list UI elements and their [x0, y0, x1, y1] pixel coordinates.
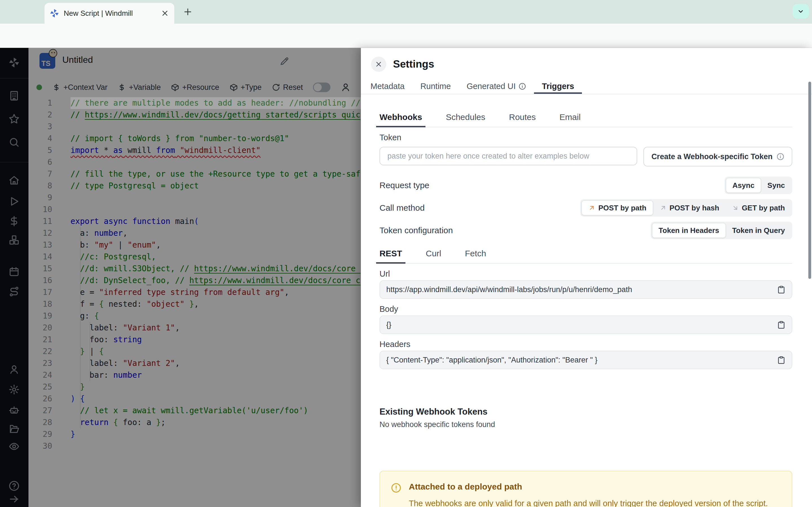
- request-type-label: Request type: [379, 180, 429, 190]
- tab-metadata[interactable]: Metadata: [363, 80, 412, 94]
- arrow-up-right-icon: [588, 204, 596, 212]
- token-config-segmented: Token in HeadersToken in Query: [651, 222, 792, 239]
- call-method-label: Call method: [379, 203, 424, 213]
- drawer-body: WebhooksSchedulesRoutesEmail Token Creat…: [361, 112, 812, 507]
- trigger-tab-email[interactable]: Email: [556, 112, 584, 127]
- create-webhook-token-button[interactable]: Create a Webhook-specific Token: [644, 147, 792, 166]
- url-field[interactable]: https://app.windmill.dev/api/w/windmill-…: [379, 280, 792, 299]
- copy-icon[interactable]: [777, 285, 785, 294]
- tab-title: New Script | Windmill: [64, 9, 161, 18]
- body-value: {}: [386, 321, 391, 329]
- call-method-row: Call method POST by pathPOST by hashGET …: [379, 199, 792, 217]
- token-in-query-option[interactable]: Token in Query: [726, 223, 791, 238]
- token-config-label: Token configuration: [379, 226, 453, 235]
- warning-title: Attached to a deployed path: [409, 482, 768, 492]
- copy-icon[interactable]: [777, 356, 785, 364]
- token-row: Create a Webhook-specific Token: [379, 147, 792, 166]
- info-icon: [776, 153, 784, 161]
- request-type-segmented: AsyncSync: [725, 177, 792, 194]
- sync-option[interactable]: Sync: [761, 178, 791, 193]
- existing-tokens-section: Existing Webhook Tokens No webhook speci…: [379, 407, 792, 429]
- token-input[interactable]: [379, 147, 637, 165]
- drawer-header: Settings: [361, 48, 812, 80]
- browser-tab[interactable]: New Script | Windmill: [45, 3, 174, 24]
- trigger-tab-routes[interactable]: Routes: [506, 112, 539, 127]
- url-value: https://app.windmill.dev/api/w/windmill-…: [386, 285, 632, 294]
- settings-tabs: MetadataRuntimeGenerated UITriggers: [361, 80, 812, 94]
- drawer-title: Settings: [393, 58, 434, 70]
- tab-search-chevron-button[interactable]: [793, 4, 809, 18]
- warning-icon: [391, 483, 402, 493]
- browser-toolbar: app.windmill.dev/scripts/add#JTdCJTIyaGF…: [0, 24, 812, 48]
- copy-icon[interactable]: [777, 321, 785, 329]
- tab-triggers[interactable]: Triggers: [534, 80, 582, 94]
- token-label: Token: [379, 133, 792, 142]
- chevron-down-icon: [797, 7, 805, 15]
- new-tab-button[interactable]: [183, 7, 193, 17]
- existing-tokens-title: Existing Webhook Tokens: [379, 407, 792, 417]
- browser-chrome: New Script | Windmill app.windmill.dev/s…: [0, 0, 812, 48]
- overlay-dim[interactable]: [0, 48, 361, 507]
- tab-runtime[interactable]: Runtime: [412, 80, 459, 94]
- windmill-favicon-icon: [50, 8, 59, 18]
- trigger-tab-schedules[interactable]: Schedules: [442, 112, 489, 127]
- windmill-app: TS Untitled +Context Var+Variable+Resour…: [0, 48, 812, 507]
- headers-value: { "Content-Type": "application/json", "A…: [386, 356, 598, 364]
- body-label: Body: [379, 304, 792, 314]
- warning-text: The webhooks are only valid for a given …: [409, 499, 768, 507]
- trigger-tab-webhooks[interactable]: Webhooks: [376, 112, 425, 127]
- tab-close-icon[interactable]: [161, 9, 169, 17]
- example-tabs: RESTCurlFetch: [379, 249, 792, 264]
- active-line-highlight: [70, 97, 361, 109]
- example-tab-curl[interactable]: Curl: [422, 249, 445, 264]
- post-by-hash-option[interactable]: POST by hash: [653, 200, 725, 216]
- arrow-down-right-icon: [732, 204, 739, 212]
- headers-field[interactable]: { "Content-Type": "application/json", "A…: [379, 351, 792, 369]
- trigger-tabs: WebhooksSchedulesRoutesEmail: [379, 112, 792, 127]
- example-tab-rest[interactable]: REST: [376, 249, 405, 264]
- call-method-segmented: POST by pathPOST by hashGET by path: [580, 199, 792, 217]
- settings-drawer: Settings MetadataRuntimeGenerated UITrig…: [361, 48, 812, 507]
- get-by-path-option[interactable]: GET by path: [725, 200, 791, 216]
- drawer-scrollbar[interactable]: [808, 82, 811, 279]
- url-label: Url: [379, 269, 792, 279]
- existing-tokens-empty: No webhook specific tokens found: [379, 420, 792, 429]
- request-type-row: Request type AsyncSync: [379, 177, 792, 194]
- async-option[interactable]: Async: [726, 178, 761, 193]
- example-tab-fetch[interactable]: Fetch: [462, 249, 490, 264]
- close-button[interactable]: [371, 57, 386, 72]
- info-icon: [518, 82, 526, 90]
- tab-generated-ui[interactable]: Generated UI: [459, 80, 534, 94]
- close-icon: [375, 60, 383, 68]
- arrow-up-right-icon: [659, 204, 667, 212]
- deployed-path-warning: Attached to a deployed path The webhooks…: [379, 471, 792, 507]
- headers-label: Headers: [379, 340, 792, 349]
- token-config-row: Token configuration Token in HeadersToke…: [379, 222, 792, 239]
- example-fields: Urlhttps://app.windmill.dev/api/w/windmi…: [379, 269, 792, 369]
- post-by-path-option[interactable]: POST by path: [581, 200, 653, 216]
- token-in-headers-option[interactable]: Token in Headers: [652, 223, 726, 238]
- body-field[interactable]: {}: [379, 316, 792, 334]
